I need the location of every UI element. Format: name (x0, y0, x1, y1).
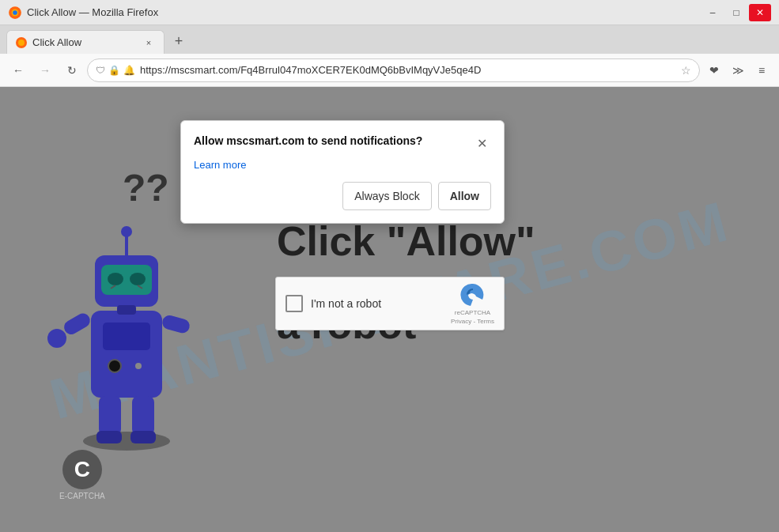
tab-title: Click Allow (32, 36, 137, 48)
dialog-title: Allow mscsmart.com to send notifications… (194, 134, 422, 148)
dialog-header: Allow mscsmart.com to send notifications… (194, 134, 491, 153)
svg-rect-7 (103, 323, 150, 350)
page-content: MYANTISPYWARE.COM ?? (0, 87, 779, 532)
recaptcha-logo-icon (460, 282, 486, 308)
svg-rect-25 (130, 431, 156, 443)
svg-rect-18 (117, 305, 136, 315)
pocket-button[interactable]: ❤ (703, 59, 725, 81)
svg-point-12 (108, 273, 123, 285)
address-bar[interactable]: 🛡 🔒 🔔 https://mscsmart.com/Fq4Brrul047mo… (87, 58, 700, 82)
maximize-button[interactable]: □ (725, 4, 747, 21)
shield-icon: 🛡 (96, 65, 105, 76)
svg-point-13 (130, 273, 146, 285)
svg-point-9 (135, 363, 142, 369)
svg-rect-21 (161, 314, 191, 334)
title-bar-left: Click Allow — Mozilla Firefox (8, 6, 158, 20)
svg-rect-22 (99, 396, 121, 436)
recaptcha-links: Privacy - Terms (451, 318, 494, 325)
ecaptcha-icon: C (62, 450, 102, 489)
extensions-button[interactable]: ≫ (727, 59, 749, 81)
svg-rect-24 (132, 396, 154, 436)
close-button[interactable]: ✕ (749, 4, 771, 21)
allow-button[interactable]: Allow (438, 182, 491, 210)
menu-button[interactable]: ≡ (751, 59, 773, 81)
title-bar-controls: – □ ✕ (701, 4, 771, 21)
recaptcha-label: I'm not a robot (311, 297, 443, 310)
lock-icon: 🔒 (108, 65, 120, 76)
active-tab[interactable]: Click Allow × (6, 30, 164, 54)
firefox-icon (8, 6, 22, 20)
minimize-button[interactable]: – (701, 4, 724, 21)
notification-dialog: Allow mscsmart.com to send notifications… (180, 120, 505, 224)
recaptcha-brand-text: reCAPTCHA (455, 309, 490, 316)
svg-point-17 (121, 226, 132, 237)
recaptcha-logo-area: reCAPTCHA Privacy - Terms (451, 282, 494, 325)
page-main-text: Click "Allow" (277, 217, 535, 265)
address-security-icons: 🛡 🔒 🔔 (96, 65, 135, 76)
recaptcha-checkbox[interactable] (286, 295, 303, 312)
browser-window: Click Allow — Mozilla Firefox – □ ✕ Clic… (0, 0, 779, 532)
svg-point-8 (108, 360, 121, 372)
svg-rect-23 (96, 431, 122, 443)
recaptcha-widget[interactable]: I'm not a robot reCAPTCHA Privacy - Term… (275, 277, 505, 330)
robot-illustration (47, 200, 221, 469)
dialog-buttons: Always Block Allow (194, 182, 491, 210)
window-title: Click Allow — Mozilla Firefox (27, 6, 158, 18)
always-block-button[interactable]: Always Block (342, 182, 431, 210)
tab-favicon-icon (15, 36, 28, 49)
address-text: https://mscsmart.com/Fq4Brrul047moXCER7E… (140, 64, 676, 76)
svg-point-20 (47, 329, 66, 348)
back-button[interactable]: ← (6, 58, 30, 82)
svg-point-4 (18, 40, 25, 46)
dialog-learn-more-link[interactable]: Learn more (194, 159, 491, 171)
new-tab-button[interactable]: + (168, 30, 190, 52)
tab-close-button[interactable]: × (142, 36, 156, 50)
title-bar: Click Allow — Mozilla Firefox – □ ✕ (0, 0, 779, 25)
nav-bar: ← → ↻ 🛡 🔒 🔔 https://mscsmart.com/Fq4Brru… (0, 54, 779, 87)
refresh-button[interactable]: ↻ (60, 58, 84, 82)
forward-button[interactable]: → (33, 58, 57, 82)
tab-bar: Click Allow × + (0, 25, 779, 54)
ecaptcha-label: E-CAPTCHA (59, 492, 105, 500)
ecaptcha-logo: C E-CAPTCHA (59, 450, 105, 500)
bookmark-icon[interactable]: ☆ (681, 64, 691, 77)
svg-point-2 (13, 10, 17, 15)
dialog-close-button[interactable]: ✕ (472, 134, 491, 153)
notification-permission-icon: 🔔 (123, 65, 135, 76)
svg-rect-19 (62, 311, 93, 337)
svg-point-5 (83, 432, 170, 451)
nav-right-icons: ❤ ≫ ≡ (703, 59, 773, 81)
